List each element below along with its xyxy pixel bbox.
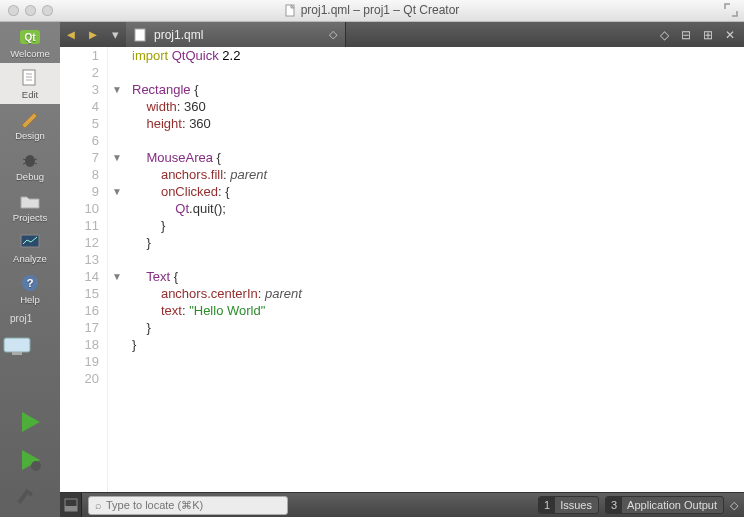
panel-label: Application Output: [627, 499, 717, 511]
nav-dropdown-icon[interactable]: ▾: [104, 27, 126, 42]
help-icon: ?: [18, 273, 42, 293]
issues-panel-button[interactable]: 1 Issues: [538, 496, 599, 514]
search-icon: ⌕: [95, 499, 102, 511]
svg-line-11: [34, 163, 37, 164]
output-pane-toggle[interactable]: [60, 493, 82, 517]
svg-text:?: ?: [27, 277, 34, 289]
run-debug-button[interactable]: [0, 441, 60, 479]
nav-forward-button[interactable]: ►: [82, 27, 104, 42]
sidebar-item-analyze[interactable]: Analyze: [0, 227, 60, 268]
window-controls: [8, 5, 53, 16]
tab-dropdown-icon[interactable]: ◇: [329, 28, 337, 41]
play-bug-icon: [13, 446, 47, 474]
minimize-window-button[interactable]: [25, 5, 36, 16]
svg-rect-0: [286, 5, 294, 16]
pencil-ruler-icon: [18, 109, 42, 129]
fullscreen-icon[interactable]: [724, 3, 738, 17]
nav-back-button[interactable]: ◄: [60, 27, 82, 42]
project-selector[interactable]: proj1: [0, 309, 60, 328]
locator-input[interactable]: [106, 499, 281, 511]
app-output-panel-button[interactable]: 3 Application Output: [605, 496, 724, 514]
svg-point-17: [31, 461, 41, 471]
svg-rect-16: [12, 352, 22, 355]
qml-file-icon: [134, 28, 148, 42]
run-button[interactable]: [0, 403, 60, 441]
panel-label: Issues: [560, 499, 592, 511]
mode-sidebar: Qt Welcome Edit Design Debug Projects An…: [0, 22, 60, 517]
play-icon: [13, 408, 47, 436]
build-button[interactable]: [0, 479, 60, 517]
sidebar-label: Debug: [16, 171, 44, 182]
hammer-icon: [13, 484, 47, 512]
code-editor[interactable]: 1234567891011121314151617181920 ▼▼▼▼ imp…: [60, 47, 744, 492]
folder-icon: [18, 191, 42, 211]
split-horizontal-button[interactable]: ⊟: [678, 28, 694, 42]
open-file-tab[interactable]: proj1.qml ◇: [126, 22, 346, 47]
close-window-button[interactable]: [8, 5, 19, 16]
window-title: proj1.qml – proj1 – Qt Creator: [0, 3, 744, 18]
svg-line-10: [23, 163, 26, 164]
panel-number: 1: [539, 497, 555, 513]
monitor-chart-icon: [18, 232, 42, 252]
sidebar-item-edit[interactable]: Edit: [0, 63, 60, 104]
fold-column[interactable]: ▼▼▼▼: [108, 47, 126, 492]
tab-filename: proj1.qml: [154, 28, 203, 42]
titlebar: proj1.qml – proj1 – Qt Creator: [0, 0, 744, 22]
code-area[interactable]: import QtQuick 2.2 Rectangle { width: 36…: [126, 47, 744, 492]
split-vertical-button[interactable]: ⊞: [700, 28, 716, 42]
window-title-text: proj1.qml – proj1 – Qt Creator: [301, 3, 460, 17]
sidebar-item-debug[interactable]: Debug: [0, 145, 60, 186]
sidebar-label: Help: [20, 294, 40, 305]
panels-dropdown-icon[interactable]: ◇: [730, 499, 738, 512]
sidebar-item-welcome[interactable]: Qt Welcome: [0, 22, 60, 63]
bug-icon: [18, 150, 42, 170]
zoom-window-button[interactable]: [42, 5, 53, 16]
editor-tabbar: ◄ ► ▾ proj1.qml ◇ ◇ ⊟ ⊞ ✕: [60, 22, 744, 47]
bottom-bar: ⌕ 1 Issues 3 Application Output ◇: [60, 492, 744, 517]
edit-document-icon: [18, 68, 42, 88]
sidebar-label: Projects: [13, 212, 47, 223]
qt-logo-icon: Qt: [18, 27, 42, 47]
line-column-dropdown-icon[interactable]: ◇: [656, 28, 672, 42]
sidebar-label: Welcome: [10, 48, 49, 59]
sidebar-item-design[interactable]: Design: [0, 104, 60, 145]
panel-number: 3: [606, 497, 622, 513]
sidebar-label: Edit: [22, 89, 38, 100]
svg-point-7: [25, 155, 35, 167]
sidebar-label: Design: [15, 130, 45, 141]
sidebar-item-projects[interactable]: Projects: [0, 186, 60, 227]
svg-rect-20: [65, 506, 77, 511]
svg-rect-18: [135, 29, 145, 41]
svg-rect-15: [4, 338, 30, 352]
sidebar-label: Analyze: [13, 253, 47, 264]
svg-text:Qt: Qt: [24, 32, 36, 43]
editor-gutter: 1234567891011121314151617181920: [60, 47, 108, 492]
close-editor-button[interactable]: ✕: [722, 28, 738, 42]
document-icon: [285, 4, 297, 18]
locator[interactable]: ⌕: [88, 496, 288, 515]
target-selector[interactable]: [0, 328, 60, 364]
sidebar-item-help[interactable]: ? Help: [0, 268, 60, 309]
